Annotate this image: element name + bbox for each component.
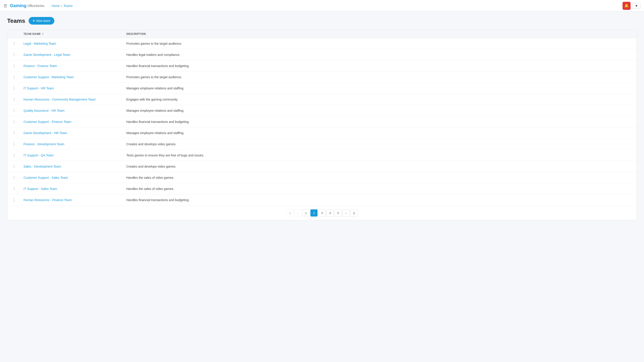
pagination-last[interactable]: |⟩: [350, 209, 358, 217]
row-menu-button[interactable]: ⋮: [12, 119, 17, 125]
row-actions-14: ⋮: [8, 197, 21, 203]
team-name-cell: Finance - Development Team: [21, 140, 124, 149]
pagination-prev[interactable]: ‹: [294, 209, 302, 217]
table-header: TEAM NAME ▿ DESCRIPTION: [8, 30, 636, 38]
row-actions-5: ⋮: [8, 96, 21, 102]
team-name-link[interactable]: Legal - Marketing Team: [24, 42, 56, 45]
breadcrumb-current: Teams: [64, 4, 73, 7]
team-name-cell: Sales - Development Team: [21, 162, 124, 171]
breadcrumb: Home » Teams: [52, 4, 72, 7]
row-menu-button[interactable]: ⋮: [12, 130, 17, 136]
pagination-page-2[interactable]: 2: [310, 209, 318, 217]
team-name-cell: Quality Assurance - HR Team: [21, 106, 124, 115]
team-name-link[interactable]: Game Development - HR Team: [24, 131, 67, 135]
pagination-first[interactable]: ⟨|: [286, 209, 294, 217]
table-row: ⋮ Customer Support - Marketing Team Prom…: [8, 71, 636, 83]
team-name-cell: Legal - Marketing Team: [21, 39, 124, 48]
team-description: Engages with the gaming community.: [124, 95, 636, 104]
table-row: ⋮ Quality Assurance - HR Team Manages em…: [8, 105, 636, 116]
team-name-link[interactable]: Quality Assurance - HR Team: [24, 109, 64, 112]
table-row: ⋮ Game Development - HR Team Manages emp…: [8, 127, 636, 139]
new-team-button[interactable]: + New team: [28, 17, 54, 24]
row-actions-0: ⋮: [8, 40, 21, 46]
row-menu-button[interactable]: ⋮: [12, 63, 17, 69]
new-team-label: New team: [36, 19, 50, 22]
row-menu-button[interactable]: ⋮: [12, 197, 17, 203]
team-name-link[interactable]: IT Support - HR Team: [24, 86, 54, 90]
brand: Gaming OfficeSeries: [10, 3, 44, 8]
row-menu-button[interactable]: ⋮: [12, 96, 17, 102]
team-name-link[interactable]: IT Support - Sales Team: [24, 187, 57, 191]
row-menu-button[interactable]: ⋮: [12, 186, 17, 192]
row-menu-button[interactable]: ⋮: [12, 52, 17, 58]
brand-name: Gaming: [10, 3, 26, 8]
team-description: Handles the sales of video games.: [124, 184, 636, 193]
team-description: Handles financial transactions and budge…: [124, 61, 636, 70]
filter-icon[interactable]: ▿: [42, 32, 44, 35]
table-row: ⋮ Customer Support - Finance Team Handle…: [8, 116, 636, 127]
bell-icon: 🔔: [624, 3, 629, 8]
row-menu-button[interactable]: ⋮: [12, 163, 17, 169]
table-row: ⋮ IT Support - Sales Team Handles the sa…: [8, 183, 636, 194]
hamburger-icon[interactable]: ☰: [4, 3, 7, 8]
team-name-link[interactable]: Sales - Development Team: [24, 165, 61, 168]
breadcrumb-home[interactable]: Home: [52, 4, 60, 7]
plus-icon: +: [33, 19, 35, 23]
th-team-name: TEAM NAME ▿: [21, 32, 124, 35]
notification-button[interactable]: 🔔: [622, 2, 630, 10]
th-description: DESCRIPTION: [124, 32, 636, 35]
row-menu-button[interactable]: ⋮: [12, 141, 17, 147]
team-name-link[interactable]: Human Resources - Community Management T…: [24, 98, 96, 101]
nav-right: 🔔 ▼: [622, 2, 640, 10]
table-row: ⋮ Game Development - Legal Team Handles …: [8, 49, 636, 60]
pagination-page-3[interactable]: 3: [318, 209, 326, 217]
team-name-link[interactable]: Human Resources - Finance Team: [24, 198, 72, 202]
team-name-link[interactable]: IT Support - QA Team: [24, 153, 54, 157]
row-actions-12: ⋮: [8, 175, 21, 181]
pagination-page-1[interactable]: 1: [302, 209, 310, 217]
row-actions-8: ⋮: [8, 130, 21, 136]
page-title: Teams: [7, 17, 25, 24]
table-row: ⋮ Human Resources - Community Management…: [8, 94, 636, 105]
page-content: Teams + New team TEAM NAME ▿ DESCRIPTION…: [0, 12, 644, 226]
row-actions-11: ⋮: [8, 163, 21, 169]
pagination-page-4[interactable]: 4: [326, 209, 334, 217]
team-description: Tests games to ensure they are free of b…: [124, 151, 636, 160]
team-description: Handles the sales of video games.: [124, 173, 636, 182]
team-name-link[interactable]: Customer Support - Sales Team: [24, 176, 68, 179]
chevron-down-icon: ▼: [635, 4, 638, 7]
nav-left: ☰ Gaming OfficeSeries Home » Teams: [4, 3, 73, 8]
row-menu-button[interactable]: ⋮: [12, 40, 17, 46]
table-body: ⋮ Legal - Marketing Team Promotes games …: [8, 38, 636, 206]
team-name-link[interactable]: Game Development - Legal Team: [24, 53, 70, 56]
row-menu-button[interactable]: ⋮: [12, 175, 17, 181]
team-name-link[interactable]: Customer Support - Marketing Team: [24, 75, 74, 79]
team-name-cell: Human Resources - Community Management T…: [21, 95, 124, 104]
row-menu-button[interactable]: ⋮: [12, 85, 17, 91]
team-description: Manages employee relations and staffing.: [124, 84, 636, 93]
team-description: Promotes games to the target audience.: [124, 73, 636, 81]
team-name-cell: Game Development - HR Team: [21, 128, 124, 137]
team-description: Handles legal matters and compliance.: [124, 50, 636, 59]
team-description: Handles financial transactions and budge…: [124, 196, 636, 204]
row-actions-4: ⋮: [8, 85, 21, 91]
team-name-link[interactable]: Customer Support - Finance Team: [24, 120, 71, 124]
pagination-page-5[interactable]: 5: [334, 209, 342, 217]
row-menu-button[interactable]: ⋮: [12, 107, 17, 113]
row-menu-button[interactable]: ⋮: [12, 152, 17, 158]
team-name-link[interactable]: Finance - Development Team: [24, 142, 64, 146]
teams-table: TEAM NAME ▿ DESCRIPTION ⋮ Legal - Market…: [7, 30, 637, 220]
team-name-cell: Finance - Finance Team: [21, 61, 124, 70]
pagination-next[interactable]: ›: [342, 209, 350, 217]
row-actions-6: ⋮: [8, 107, 21, 113]
row-menu-button[interactable]: ⋮: [12, 74, 17, 80]
user-dropdown[interactable]: ▼: [632, 3, 640, 9]
team-description: Manages employee relations and staffing.: [124, 106, 636, 115]
row-actions-2: ⋮: [8, 63, 21, 69]
table-row: ⋮ IT Support - QA Team Tests games to en…: [8, 150, 636, 161]
row-actions-1: ⋮: [8, 52, 21, 58]
team-name-link[interactable]: Finance - Finance Team: [24, 64, 57, 68]
team-description: Creates and develops video games.: [124, 162, 636, 171]
row-actions-7: ⋮: [8, 119, 21, 125]
team-name-cell: Customer Support - Marketing Team: [21, 73, 124, 81]
